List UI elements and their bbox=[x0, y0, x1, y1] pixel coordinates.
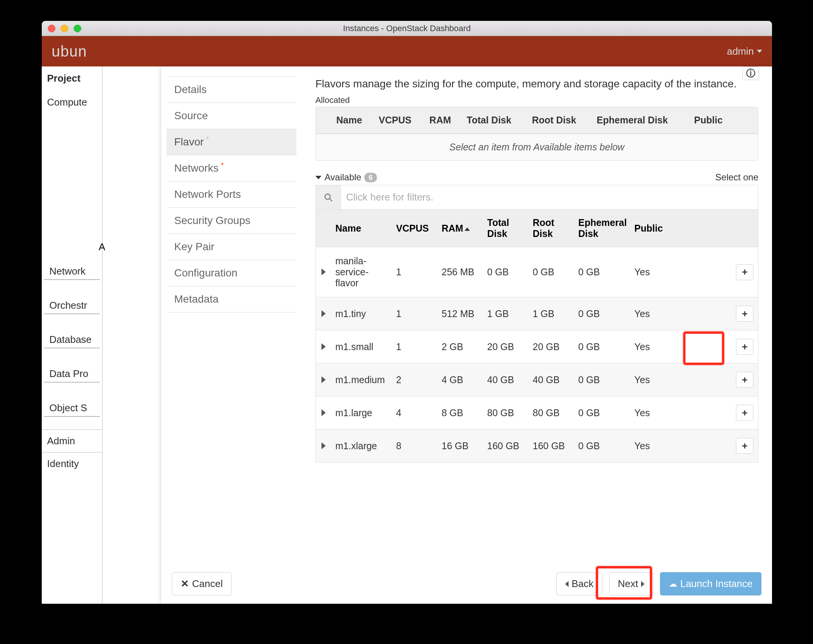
tab-networks[interactable]: Networks * bbox=[167, 155, 296, 181]
flavor-public: Yes bbox=[630, 396, 732, 429]
flavor-total-disk: 0 GB bbox=[484, 247, 529, 297]
tab-networks-label: Networks bbox=[174, 162, 219, 174]
available-label: Available bbox=[325, 172, 361, 183]
available-count-badge: 6 bbox=[364, 173, 377, 182]
tab-key-pair[interactable]: Key Pair bbox=[167, 234, 296, 260]
table-row: m1.large 4 8 GB 80 GB 80 GB 0 GB Yes + bbox=[316, 396, 758, 429]
search-icon[interactable] bbox=[316, 185, 341, 209]
th-ram[interactable]: RAM bbox=[425, 107, 462, 134]
th-root-disk[interactable]: Root Disk bbox=[529, 210, 575, 247]
tab-flavor-label: Flavor bbox=[174, 136, 204, 148]
available-toggle[interactable]: Available 6 bbox=[315, 172, 377, 183]
flavor-description: Flavors manage the sizing for the comput… bbox=[315, 78, 758, 90]
table-row: manila-service-flavor 1 256 MB 0 GB 0 GB… bbox=[316, 247, 758, 297]
brand-logo: ubun bbox=[52, 43, 87, 60]
chevron-right-icon[interactable] bbox=[321, 268, 326, 275]
tab-flavor[interactable]: Flavor * bbox=[167, 129, 296, 155]
table-row: m1.medium 2 4 GB 40 GB 40 GB 0 GB Yes + bbox=[316, 363, 758, 396]
flavor-root-disk: 160 GB bbox=[529, 429, 575, 462]
add-flavor-button[interactable]: + bbox=[736, 372, 753, 388]
flavor-ram: 512 MB bbox=[438, 297, 484, 330]
filter-row bbox=[315, 185, 758, 209]
flavor-root-disk: 40 GB bbox=[529, 363, 575, 396]
flavor-ram: 256 MB bbox=[438, 247, 484, 297]
th-total-disk[interactable]: Total Disk bbox=[484, 210, 529, 247]
th-ephemeral-disk[interactable]: Ephemeral Disk bbox=[575, 210, 631, 247]
th-public[interactable]: Public bbox=[630, 210, 732, 247]
side-nav: Project Compute Network Orchestr Databas… bbox=[42, 66, 102, 604]
th-vcpus[interactable]: VCPUS bbox=[392, 210, 438, 247]
chevron-right-icon[interactable] bbox=[321, 442, 326, 449]
add-flavor-button[interactable]: + bbox=[736, 339, 753, 355]
tab-configuration[interactable]: Configuration bbox=[167, 260, 296, 286]
nav-project[interactable]: Project bbox=[42, 66, 102, 90]
flavor-total-disk: 160 GB bbox=[484, 429, 529, 462]
chevron-down-icon bbox=[315, 176, 321, 179]
add-flavor-button[interactable]: + bbox=[736, 405, 753, 421]
th-vcpus[interactable]: VCPUS bbox=[374, 107, 425, 134]
user-menu-label: admin bbox=[727, 46, 754, 57]
flavor-vcpus: 8 bbox=[392, 429, 438, 462]
th-ephemeral-disk[interactable]: Ephemeral Disk bbox=[592, 107, 690, 134]
add-flavor-button[interactable]: + bbox=[736, 264, 753, 280]
flavor-vcpus: 4 bbox=[392, 396, 438, 429]
cloud-icon: ☁ bbox=[669, 579, 677, 589]
tab-security-groups[interactable]: Security Groups bbox=[167, 207, 296, 234]
flavor-vcpus: 1 bbox=[392, 297, 438, 330]
tab-details[interactable]: Details bbox=[167, 76, 296, 103]
flavor-public: Yes bbox=[630, 247, 732, 297]
nav-data-processing[interactable]: Data Pro bbox=[44, 361, 100, 382]
th-root-disk[interactable]: Root Disk bbox=[527, 107, 592, 134]
add-flavor-button[interactable]: + bbox=[736, 306, 753, 322]
required-asterisk-icon: * bbox=[206, 135, 209, 144]
flavor-name: m1.medium bbox=[332, 363, 392, 396]
next-button[interactable]: Next bbox=[609, 572, 653, 595]
th-name[interactable]: Name bbox=[332, 107, 374, 134]
flavor-name: m1.small bbox=[332, 330, 392, 363]
chevron-right-icon[interactable] bbox=[321, 310, 326, 317]
nav-identity[interactable]: Identity bbox=[42, 452, 102, 475]
chevron-right-icon[interactable] bbox=[321, 409, 326, 416]
th-public[interactable]: Public bbox=[690, 107, 735, 134]
add-flavor-button[interactable]: + bbox=[736, 438, 753, 454]
filter-input[interactable] bbox=[341, 185, 758, 209]
modal-tabs: Details Source Flavor * Networks * Netwo… bbox=[161, 66, 302, 604]
table-row: m1.tiny 1 512 MB 1 GB 1 GB 0 GB Yes + bbox=[316, 297, 758, 330]
nav-database[interactable]: Database bbox=[44, 327, 100, 348]
flavor-total-disk: 40 GB bbox=[484, 363, 529, 396]
cancel-label: Cancel bbox=[192, 578, 223, 590]
allocated-label: Allocated bbox=[315, 95, 758, 105]
flavor-total-disk: 20 GB bbox=[484, 330, 529, 363]
tab-metadata[interactable]: Metadata bbox=[167, 286, 296, 313]
info-icon[interactable]: ⓘ bbox=[742, 66, 759, 80]
chevron-right-icon[interactable] bbox=[321, 376, 326, 383]
flavor-ram: 8 GB bbox=[438, 396, 484, 429]
flavor-public: Yes bbox=[630, 297, 732, 330]
flavor-ephemeral-disk: 0 GB bbox=[575, 297, 631, 330]
chevron-right-icon bbox=[641, 581, 644, 587]
nav-network[interactable]: Network bbox=[44, 259, 100, 280]
nav-compute[interactable]: Compute bbox=[42, 90, 102, 114]
flavor-ephemeral-disk: 0 GB bbox=[575, 396, 631, 429]
chevron-right-icon[interactable] bbox=[321, 343, 326, 350]
launch-instance-button[interactable]: ☁ Launch Instance bbox=[660, 572, 761, 595]
required-asterisk-icon: * bbox=[221, 161, 224, 170]
th-total-disk[interactable]: Total Disk bbox=[462, 107, 528, 134]
nav-object-store[interactable]: Object S bbox=[44, 395, 100, 417]
th-ram[interactable]: RAM bbox=[438, 210, 484, 247]
nav-admin[interactable]: Admin bbox=[42, 429, 102, 452]
available-table: Name VCPUS RAM Total Disk Root Disk Ephe… bbox=[315, 209, 758, 462]
th-name[interactable]: Name bbox=[332, 210, 392, 247]
back-button[interactable]: Back bbox=[556, 572, 602, 595]
flavor-root-disk: 1 GB bbox=[529, 297, 575, 330]
user-menu[interactable]: admin bbox=[727, 46, 762, 57]
nav-orchestration[interactable]: Orchestr bbox=[44, 293, 100, 314]
tab-network-ports[interactable]: Network Ports bbox=[167, 181, 296, 207]
flavor-ram: 4 GB bbox=[438, 363, 484, 396]
tab-source[interactable]: Source bbox=[167, 103, 296, 129]
cancel-button[interactable]: ✕ Cancel bbox=[172, 572, 232, 595]
flavor-ephemeral-disk: 0 GB bbox=[575, 429, 631, 462]
sort-ascending-icon bbox=[465, 227, 470, 231]
flavor-name: m1.xlarge bbox=[332, 429, 392, 462]
th-ram-label: RAM bbox=[442, 223, 463, 234]
